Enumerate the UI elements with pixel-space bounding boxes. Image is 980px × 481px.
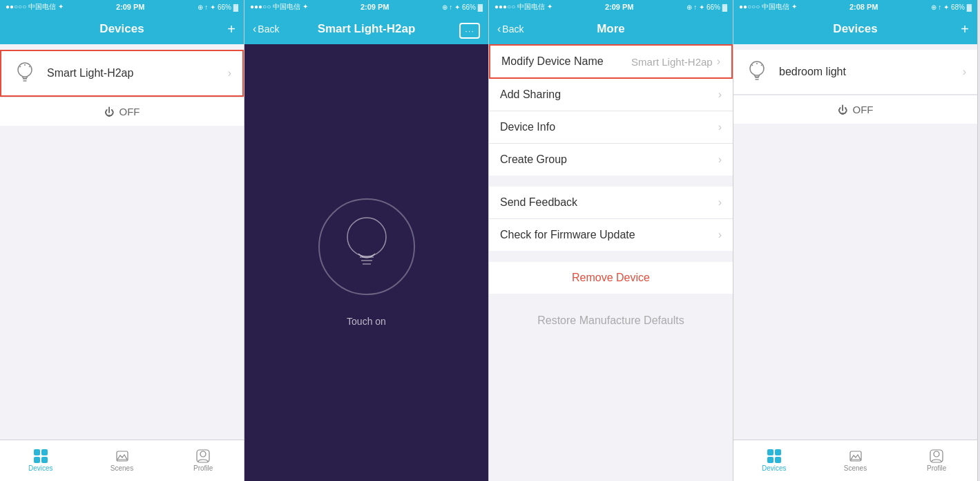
chevron-firmware: › (718, 229, 722, 241)
status-time-4: 2:08 PM (849, 3, 878, 11)
status-bar-4: ●●○○○ 中国电信 ✦ 2:08 PM ⊕ ↑ ✦ 68% ▓ (733, 0, 977, 14)
tab-scenes-1[interactable]: Scenes (81, 445, 163, 476)
back-button-3[interactable]: ‹ Back (497, 23, 523, 35)
nav-bar-4: Devices + (733, 14, 977, 44)
restore-defaults-item[interactable]: Restore Manufacture Defaults (489, 305, 733, 337)
device-off-row-4[interactable]: ⏻ OFF (733, 95, 977, 124)
add-device-button[interactable]: + (227, 21, 236, 37)
device-name-1: Smart Light-H2ap (47, 67, 228, 79)
device-icon-1 (12, 61, 37, 86)
tab-bar-4: Devices Scenes Profile (733, 440, 977, 481)
tab-profile-4[interactable]: Profile (896, 445, 977, 476)
status-battery-3: ⊕ ↑ ✦ 66% ▓ (686, 3, 727, 11)
chevron-create-group: › (718, 153, 722, 166)
chevron-sharing: › (718, 88, 722, 101)
nav-title-3: More (597, 22, 625, 36)
nav-title-4: Devices (833, 22, 877, 36)
chevron-device-info: › (718, 121, 722, 133)
profile-icon-4 (930, 449, 943, 463)
devices-grid-icon-4 (767, 449, 781, 463)
device-status-1: OFF (119, 106, 140, 117)
svg-point-20 (934, 451, 939, 457)
add-device-button-4[interactable]: + (961, 21, 969, 37)
device-list-item-4[interactable]: bedroom light › (733, 50, 977, 95)
bulb-detail-icon (339, 212, 394, 281)
more-button-2[interactable]: ··· (459, 21, 480, 37)
more-dots-icon-2: ··· (459, 23, 480, 39)
status-battery-4: ⊕ ↑ ✦ 68% ▓ (931, 3, 972, 11)
modify-device-name-label: Modify Device Name (501, 55, 631, 68)
menu-spacer-2 (489, 251, 733, 262)
panel-more-menu: ●●●○○ 中国电信 ✦ 2:09 PM ⊕ ↑ ✦ 66% ▓ ‹ Back … (489, 0, 733, 481)
check-firmware-label: Check for Firmware Update (500, 229, 718, 241)
menu-section-2: Send Feedback › Check for Firmware Updat… (489, 187, 733, 251)
tab-devices-4[interactable]: Devices (733, 445, 815, 476)
modify-device-name-item[interactable]: Modify Device Name Smart Light-H2ap › (489, 44, 733, 79)
status-signal-2: ●●●○○ 中国电信 ✦ (250, 2, 308, 12)
add-sharing-label: Add Sharing (500, 88, 718, 101)
device-name-4: bedroom light (779, 66, 963, 78)
nav-bar-1: Devices + (0, 14, 244, 44)
create-group-label: Create Group (500, 153, 718, 166)
tab-label-scenes-1: Scenes (111, 464, 133, 472)
back-chevron-icon-3: ‹ (497, 23, 501, 35)
power-icon-1: ⏻ (104, 106, 114, 117)
svg-line-5 (29, 66, 30, 68)
status-bar-3: ●●●○○ 中国电信 ✦ 2:09 PM ⊕ ↑ ✦ 66% ▓ (489, 0, 733, 14)
nav-title-1: Devices (99, 22, 144, 36)
tab-bar-1: Devices Scenes Profile (0, 440, 244, 481)
chevron-modify: › (717, 55, 720, 68)
back-label-2: Back (258, 23, 279, 35)
add-sharing-item[interactable]: Add Sharing › (489, 79, 733, 111)
nav-bar-3: ‹ Back More (489, 14, 733, 44)
panel-devices-list: ●●○○○ 中国电信 ✦ 2:09 PM ⊕ ↑ ✦ 66% ▓ Devices… (0, 0, 244, 481)
back-chevron-icon-2: ‹ (253, 23, 256, 35)
menu-section-1: Modify Device Name Smart Light-H2ap › Ad… (489, 44, 733, 176)
status-battery-1: ⊕ ↑ ✦ 66% ▓ (198, 3, 238, 11)
device-list-item-1[interactable]: Smart Light-H2ap › (0, 50, 244, 97)
svg-point-7 (200, 451, 206, 457)
status-battery-2: ⊕ ↑ ✦ 66% ▓ (442, 3, 483, 11)
chevron-icon-1: › (228, 67, 231, 79)
tab-label-profile-1: Profile (193, 464, 213, 472)
menu-section-restore: Restore Manufacture Defaults (489, 305, 733, 337)
device-info-item[interactable]: Device Info › (489, 111, 733, 144)
tab-label-devices-4: Devices (762, 464, 787, 472)
create-group-item[interactable]: Create Group › (489, 144, 733, 176)
check-firmware-item[interactable]: Check for Firmware Update › (489, 219, 733, 251)
tab-devices-1[interactable]: Devices (0, 445, 81, 476)
remove-device-label: Remove Device (500, 272, 722, 284)
menu-spacer-1 (489, 176, 733, 187)
device-detail-content[interactable]: Touch on (244, 44, 488, 481)
status-time-2: 2:09 PM (361, 3, 390, 11)
tab-label-devices-1: Devices (28, 464, 53, 472)
touch-label: Touch on (347, 316, 386, 327)
nav-bar-2: ‹ Back Smart Light-H2ap ··· (244, 14, 488, 44)
nav-title-2: Smart Light-H2ap (318, 22, 416, 36)
modify-device-name-value: Smart Light-H2ap (631, 56, 713, 68)
menu-section-remove: Remove Device (489, 262, 733, 294)
restore-defaults-label: Restore Manufacture Defaults (500, 314, 722, 327)
status-time-3: 2:09 PM (605, 3, 634, 11)
device-off-row-1[interactable]: ⏻ OFF (0, 97, 244, 126)
scenes-icon-1 (115, 449, 129, 463)
tab-profile-1[interactable]: Profile (162, 445, 244, 476)
tab-scenes-4[interactable]: Scenes (815, 445, 896, 476)
send-feedback-item[interactable]: Send Feedback › (489, 187, 733, 219)
svg-point-9 (347, 218, 386, 256)
menu-spacer-3 (489, 294, 733, 305)
remove-device-item[interactable]: Remove Device (489, 262, 733, 294)
svg-line-18 (761, 65, 762, 66)
back-label-3: Back (502, 23, 523, 35)
back-button-2[interactable]: ‹ Back (253, 23, 279, 35)
devices-content-1: Smart Light-H2ap › ⏻ OFF (0, 44, 244, 440)
chevron-feedback: › (718, 196, 722, 209)
svg-line-17 (752, 65, 753, 66)
chevron-icon-4: › (963, 66, 966, 78)
tab-label-profile-4: Profile (927, 464, 946, 472)
svg-line-4 (20, 66, 21, 68)
panel-devices-list-2: ●●○○○ 中国电信 ✦ 2:08 PM ⊕ ↑ ✦ 68% ▓ Devices… (733, 0, 978, 481)
device-info-label: Device Info (500, 121, 718, 133)
status-bar-2: ●●●○○ 中国电信 ✦ 2:09 PM ⊕ ↑ ✦ 66% ▓ (244, 0, 488, 14)
more-menu-content: Modify Device Name Smart Light-H2ap › Ad… (489, 44, 733, 481)
